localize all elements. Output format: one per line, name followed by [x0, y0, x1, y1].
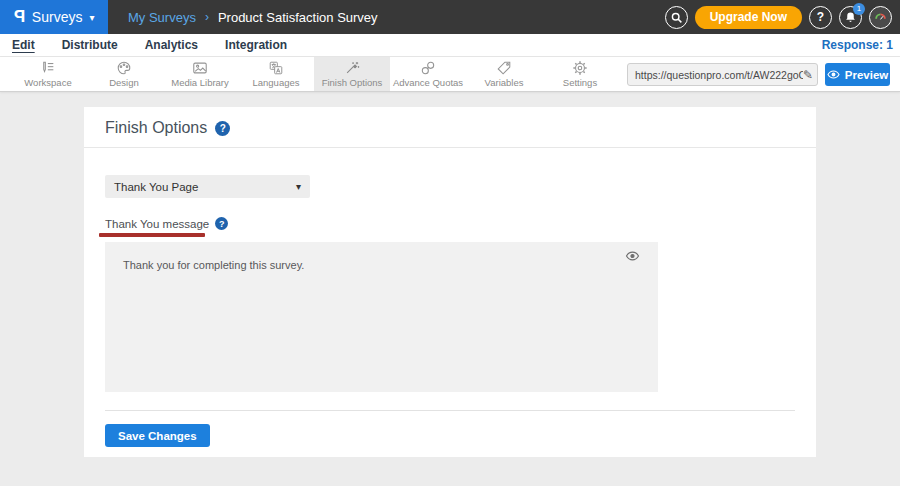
survey-url-input[interactable] [635, 69, 803, 81]
finish-type-value: Thank You Page [114, 181, 296, 193]
toolbar-item-media-library[interactable]: Media Library [162, 57, 238, 91]
edit-toolbar: Workspace Design Media Library [0, 57, 900, 92]
toolbar-item-finish-options[interactable]: Finish Options [314, 57, 390, 91]
eye-icon [827, 69, 840, 80]
top-bar: P Surveys ▾ My Surveys › Product Satisfa… [0, 0, 900, 34]
section-divider [105, 410, 795, 411]
toolbar-label: Advance Quotas [393, 77, 463, 88]
message-preview-eye-icon[interactable] [625, 250, 640, 264]
questionpro-logo-icon: P [14, 7, 25, 27]
toolbar-item-variables[interactable]: Variables [466, 57, 542, 91]
survey-url-box: ✎ [627, 63, 818, 86]
preview-label: Preview [845, 69, 888, 81]
response-count[interactable]: Response: 1 [822, 38, 893, 52]
product-menu-label: Surveys [32, 9, 83, 25]
topbar-actions: Upgrade Now ? 1 [665, 0, 892, 34]
toolbar-label: Variables [485, 77, 524, 88]
notifications-button[interactable]: 1 [839, 6, 862, 29]
tab-edit[interactable]: Edit [12, 38, 35, 52]
chevron-down-icon: ▾ [89, 12, 94, 23]
thank-you-message-text: Thank you for completing this survey. [123, 259, 304, 271]
tag-icon [496, 60, 512, 76]
surveys-product-menu[interactable]: P Surveys ▾ [0, 0, 108, 34]
toolbar-item-settings[interactable]: Settings [542, 57, 618, 91]
page-content: Finish Options ? Thank You Page ▾ Thank … [0, 92, 900, 457]
account-gauge-avatar[interactable] [869, 6, 892, 29]
magic-wand-icon [344, 60, 360, 76]
search-icon [670, 11, 683, 24]
upgrade-now-button[interactable]: Upgrade Now [695, 6, 802, 29]
edit-url-pencil-icon[interactable]: ✎ [803, 68, 813, 82]
breadcrumb: My Surveys › Product Satisfaction Survey [128, 10, 378, 25]
gear-icon [572, 60, 588, 76]
survey-nav-tabs: Edit Distribute Analytics Integration Re… [0, 34, 900, 57]
toolbar-item-workspace[interactable]: Workspace [10, 57, 86, 91]
message-label-row: Thank You message ? [105, 217, 795, 230]
card-header: Finish Options ? [84, 107, 816, 148]
gauge-icon [873, 10, 888, 25]
notification-badge: 1 [853, 3, 865, 15]
palette-icon [116, 60, 132, 76]
translate-icon [268, 60, 284, 76]
workspace-icon [40, 60, 56, 76]
toolbar-item-advance-quotas[interactable]: Advance Quotas [390, 57, 466, 91]
thank-you-message-editor[interactable]: Thank you for completing this survey. [105, 242, 658, 392]
chain-link-icon [420, 60, 436, 76]
toolbar-label: Finish Options [322, 77, 383, 88]
preview-button[interactable]: Preview [825, 63, 890, 86]
tab-analytics[interactable]: Analytics [145, 38, 198, 52]
breadcrumb-survey-title: Product Satisfaction Survey [218, 10, 378, 25]
breadcrumb-separator-icon: › [205, 10, 209, 24]
finish-options-card: Finish Options ? Thank You Page ▾ Thank … [84, 107, 816, 457]
toolbar-label: Languages [252, 77, 299, 88]
tab-distribute[interactable]: Distribute [62, 38, 118, 52]
breadcrumb-my-surveys[interactable]: My Surveys [128, 10, 196, 25]
toolbar-label: Media Library [171, 77, 229, 88]
toolbar-item-languages[interactable]: Languages [238, 57, 314, 91]
thank-you-message-label: Thank You message [105, 218, 209, 230]
save-changes-button[interactable]: Save Changes [105, 424, 210, 447]
question-icon: ? [817, 10, 824, 24]
toolbar-label: Settings [563, 77, 597, 88]
image-icon [192, 60, 208, 76]
page-title: Finish Options [105, 119, 207, 137]
search-button[interactable] [665, 6, 688, 29]
tab-integration[interactable]: Integration [225, 38, 287, 52]
finish-type-select[interactable]: Thank You Page ▾ [105, 175, 310, 198]
finish-options-help-icon[interactable]: ? [215, 121, 230, 136]
chevron-down-icon: ▾ [296, 181, 301, 192]
toolbar-label: Workspace [24, 77, 71, 88]
card-body: Thank You Page ▾ Thank You message ? Tha… [84, 148, 816, 447]
thank-you-message-help-icon[interactable]: ? [215, 217, 228, 230]
annotation-red-underline [99, 233, 205, 237]
toolbar-item-design[interactable]: Design [86, 57, 162, 91]
help-button[interactable]: ? [809, 6, 832, 29]
toolbar-label: Design [109, 77, 139, 88]
